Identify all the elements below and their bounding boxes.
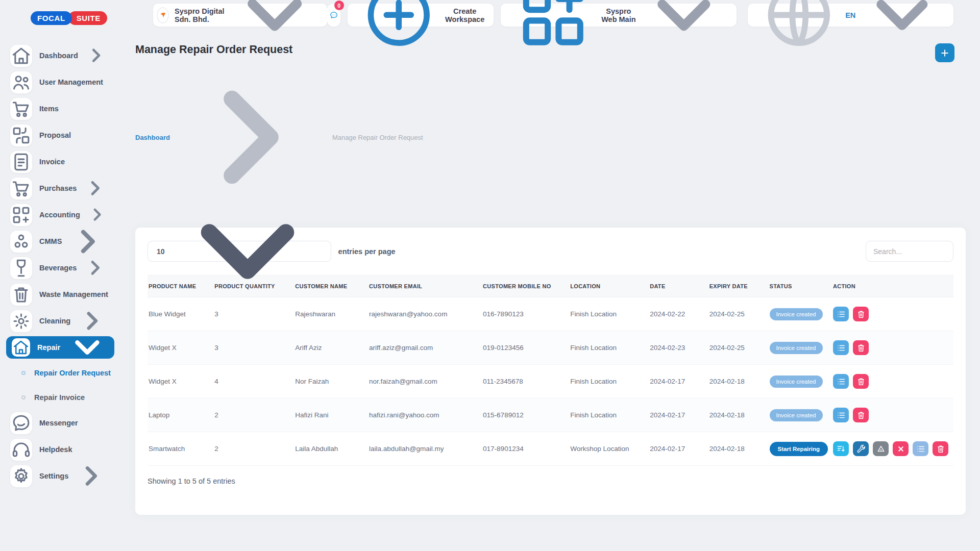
list-icon bbox=[836, 410, 846, 420]
details-button[interactable] bbox=[913, 441, 928, 456]
sidebar-item-helpdesk[interactable]: Helpdesk bbox=[6, 438, 114, 461]
cell-customer-name: Laila Abdullah bbox=[295, 432, 369, 466]
cell-product-name: Smartwatch bbox=[148, 432, 214, 466]
chevron-down-icon bbox=[860, 0, 944, 57]
row-actions bbox=[833, 307, 948, 321]
delete-button[interactable] bbox=[853, 374, 869, 389]
logo-focal: FOCAL bbox=[31, 11, 72, 25]
column-header-action: ACTION bbox=[833, 276, 953, 297]
add-repair-order-button[interactable] bbox=[935, 43, 954, 62]
sidebar-item-settings[interactable]: Settings bbox=[6, 465, 114, 487]
details-button[interactable] bbox=[833, 408, 849, 422]
app-selector-label: Syspro Web Main bbox=[601, 7, 636, 23]
breadcrumb-dashboard-link[interactable]: Dashboard bbox=[135, 134, 170, 141]
sidebar-item-purchases[interactable]: Purchases bbox=[6, 177, 114, 199]
triangle-icon bbox=[876, 444, 886, 454]
delete-button[interactable] bbox=[933, 441, 948, 456]
cleaning-icon bbox=[10, 310, 32, 332]
sidebar-subitem-repair-invoice[interactable]: Repair Invoice bbox=[6, 387, 114, 408]
status-badge[interactable]: Start Repairing bbox=[770, 442, 828, 456]
cell-date: 2024-02-17 bbox=[650, 432, 709, 466]
sort-down-icon bbox=[836, 444, 846, 454]
cell-location: Workshop Location bbox=[570, 432, 650, 466]
syspro-logo-icon bbox=[158, 10, 168, 20]
delete-button[interactable] bbox=[853, 408, 869, 422]
workspace-selector[interactable]: Syspro Digital Sdn. Bhd. bbox=[153, 4, 327, 27]
chevron-right-icon bbox=[84, 256, 107, 280]
cell-product-name: Laptop bbox=[148, 398, 214, 432]
content-card: 10 entries per page PRODUCT NAMEPRODUCT … bbox=[135, 228, 966, 515]
settings-icon bbox=[10, 465, 32, 487]
language-selector[interactable]: EN bbox=[748, 4, 953, 27]
sidebar-item-repair[interactable]: Repair bbox=[6, 336, 114, 359]
cell-expiry-date: 2024-02-25 bbox=[709, 297, 770, 331]
sidebar-item-label: Helpdesk bbox=[39, 445, 72, 454]
sidebar: FOCAL SUITE DashboardUser ManagementItem… bbox=[0, 0, 119, 551]
close-icon bbox=[896, 444, 906, 454]
sidebar-item-label: Items bbox=[39, 105, 59, 113]
repair-button[interactable] bbox=[853, 441, 869, 456]
sidebar-item-waste-management[interactable]: Waste Management bbox=[6, 283, 114, 306]
sidebar-item-cmms[interactable]: CMMS bbox=[6, 230, 114, 253]
cell-product-quantity: 2 bbox=[214, 432, 295, 466]
bullet-icon bbox=[21, 371, 26, 375]
messenger-button[interactable]: 0 bbox=[327, 4, 340, 27]
cancel-button[interactable] bbox=[893, 441, 909, 456]
delete-button[interactable] bbox=[853, 307, 869, 321]
sidebar-item-dashboard[interactable]: Dashboard bbox=[6, 44, 114, 67]
sidebar-item-label: Proposal bbox=[39, 131, 71, 139]
cell-customer-mobile-no: 017-8901234 bbox=[483, 432, 570, 466]
table-row: Smartwatch2Laila Abdullahlaila.abdullah@… bbox=[148, 432, 953, 466]
row-actions bbox=[833, 441, 948, 456]
globe-icon bbox=[757, 0, 841, 57]
cell-product-quantity: 3 bbox=[214, 331, 295, 365]
cell-location: Finish Location bbox=[570, 365, 650, 398]
cell-customer-email: hafizi.rani@yahoo.com bbox=[369, 398, 483, 432]
cell-location: Finish Location bbox=[570, 297, 650, 331]
sidebar-item-label: Repair bbox=[37, 343, 60, 352]
sidebar-item-label: Invoice bbox=[39, 158, 65, 166]
topbar-right: 0 Create Workspace Syspro Web Main EN bbox=[327, 4, 953, 27]
helpdesk-icon bbox=[10, 439, 32, 461]
delete-button[interactable] bbox=[853, 340, 869, 355]
warning-button[interactable] bbox=[873, 441, 889, 456]
sidebar-item-proposal[interactable]: Proposal bbox=[6, 124, 114, 146]
details-button[interactable] bbox=[833, 307, 849, 321]
purchases-icon bbox=[10, 178, 32, 199]
sidebar-item-label: Waste Management bbox=[39, 290, 108, 298]
cell-expiry-date: 2024-02-25 bbox=[709, 331, 770, 365]
column-header-date: DATE bbox=[650, 276, 709, 297]
sidebar-item-label: Accounting bbox=[39, 211, 80, 219]
app-selector[interactable]: Syspro Web Main bbox=[501, 4, 736, 27]
details-button[interactable] bbox=[833, 374, 849, 389]
sidebar-item-items[interactable]: Items bbox=[6, 97, 114, 120]
page-size-select[interactable]: 10 bbox=[148, 241, 331, 262]
cmms-icon bbox=[10, 231, 32, 253]
sidebar-subitem-label: Repair Order Request bbox=[34, 369, 111, 377]
assign-button[interactable] bbox=[833, 441, 849, 456]
cell-expiry-date: 2024-02-18 bbox=[709, 365, 770, 398]
grid-plus-icon bbox=[510, 0, 597, 58]
status-badge: Invoice created bbox=[770, 409, 823, 421]
sidebar-item-label: CMMS bbox=[39, 237, 62, 245]
cell-status: Invoice created bbox=[770, 365, 833, 398]
cell-status: Invoice created bbox=[770, 331, 833, 365]
wrench-icon bbox=[856, 444, 866, 454]
sidebar-item-user-management[interactable]: User Management bbox=[6, 71, 114, 93]
breadcrumb-current: Manage Repair Order Request bbox=[332, 134, 423, 141]
sidebar-subitem-repair-order-request[interactable]: Repair Order Request bbox=[6, 363, 114, 383]
list-icon bbox=[836, 309, 846, 319]
cell-customer-email: rajeshwaran@yahoo.com bbox=[369, 297, 483, 331]
sidebar-item-invoice[interactable]: Invoice bbox=[6, 151, 114, 173]
users-icon bbox=[10, 71, 32, 93]
chevron-down-icon bbox=[641, 0, 727, 58]
search-input[interactable] bbox=[866, 241, 953, 262]
create-workspace-button[interactable]: Create Workspace bbox=[348, 4, 494, 27]
sidebar-item-beverages[interactable]: Beverages bbox=[6, 257, 114, 279]
details-button[interactable] bbox=[833, 340, 849, 355]
chevron-down-icon bbox=[171, 175, 324, 328]
sidebar-item-messenger[interactable]: Messenger bbox=[6, 412, 114, 434]
chat-count-badge: 0 bbox=[334, 1, 344, 10]
home-icon bbox=[10, 45, 32, 67]
chevron-right-icon bbox=[84, 177, 107, 200]
